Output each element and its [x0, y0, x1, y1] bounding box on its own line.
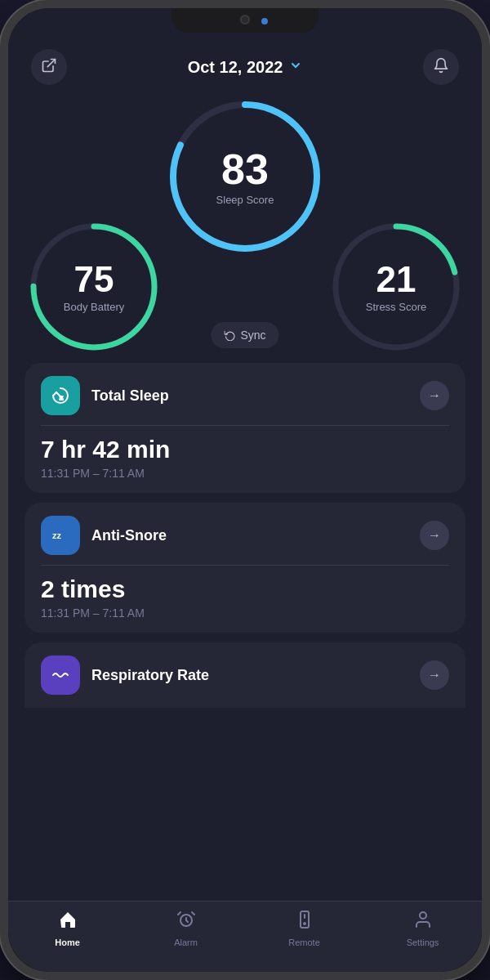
respiratory-rate-icon [41, 656, 80, 695]
total-sleep-divider [41, 425, 449, 426]
status-dot [261, 18, 268, 25]
stress-score-label: Stress Score [366, 301, 426, 313]
settings-icon [413, 910, 433, 934]
stress-score-value: 21 [366, 262, 426, 298]
home-label: Home [55, 937, 80, 947]
settings-label: Settings [407, 937, 439, 947]
phone-frame: Oct 12, 2022 [0, 0, 490, 980]
svg-text:zz: zz [52, 530, 62, 540]
svg-line-12 [192, 912, 194, 915]
alarm-label: Alarm [174, 937, 198, 947]
total-sleep-icon: z [41, 376, 80, 415]
remote-icon [295, 910, 314, 934]
svg-line-11 [178, 912, 180, 915]
total-sleep-time: 11:31 PM – 7:11 AM [41, 467, 449, 480]
respiratory-rate-arrow[interactable]: → [420, 660, 449, 690]
svg-rect-9 [65, 922, 70, 928]
export-button[interactable] [31, 49, 67, 85]
circles-section: 83 Sleep Score 75 Body Battery [24, 95, 466, 356]
screen: Oct 12, 2022 [8, 8, 482, 972]
svg-text:z: z [60, 394, 63, 401]
sleep-score-label: Sleep Score [216, 194, 274, 206]
anti-snore-divider [41, 565, 449, 566]
nav-item-home[interactable]: Home [39, 910, 96, 947]
total-sleep-header: z Total Sleep → [41, 376, 449, 415]
nav-item-remote[interactable]: Remote [276, 910, 333, 947]
anti-snore-arrow[interactable]: → [420, 521, 449, 550]
header-date[interactable]: Oct 12, 2022 [188, 58, 303, 77]
bell-icon [433, 57, 449, 78]
anti-snore-header-left: zz Anti-Snore [41, 516, 167, 555]
total-sleep-header-left: z Total Sleep [41, 376, 169, 415]
stress-score-circle[interactable]: 21 Stress Score [327, 217, 466, 356]
alarm-icon [176, 910, 196, 934]
remote-label: Remote [288, 937, 320, 947]
total-sleep-value: 7 hr 42 min [41, 436, 449, 463]
anti-snore-value: 2 times [41, 575, 449, 603]
anti-snore-icon: zz [41, 516, 80, 555]
svg-point-16 [420, 912, 426, 919]
export-icon [41, 57, 57, 78]
sync-button[interactable]: Sync [211, 322, 278, 348]
respiratory-rate-card: Respiratory Rate → [24, 642, 466, 708]
bell-button[interactable] [423, 49, 459, 85]
svg-point-14 [304, 923, 305, 924]
chevron-down-icon [289, 59, 302, 75]
body-battery-value: 75 [64, 262, 124, 298]
anti-snore-title: Anti-Snore [91, 527, 167, 544]
date-text: Oct 12, 2022 [188, 58, 283, 77]
nav-item-alarm[interactable]: Alarm [158, 910, 215, 947]
total-sleep-arrow[interactable]: → [420, 381, 449, 410]
total-sleep-card: z Total Sleep → 7 hr 42 min 11:31 PM – 7… [24, 363, 466, 493]
total-sleep-title: Total Sleep [91, 387, 169, 405]
sleep-score-value: 83 [216, 148, 274, 190]
respiratory-rate-left: Respiratory Rate [41, 656, 209, 695]
anti-snore-time: 11:31 PM – 7:11 AM [41, 606, 449, 620]
home-icon [58, 910, 78, 934]
camera-notch [240, 15, 250, 25]
sync-label: Sync [240, 329, 265, 342]
bottom-nav: Home Alarm [8, 901, 482, 972]
cards-section: z Total Sleep → 7 hr 42 min 11:31 PM – 7… [8, 356, 482, 901]
anti-snore-card: zz Anti-Snore → 2 times 11:31 PM – 7:11 … [24, 503, 466, 633]
respiratory-rate-title: Respiratory Rate [91, 667, 209, 684]
body-battery-label: Body Battery [64, 301, 124, 313]
svg-line-0 [47, 59, 55, 66]
anti-snore-header: zz Anti-Snore → [41, 516, 449, 555]
nav-item-settings[interactable]: Settings [394, 910, 452, 947]
body-battery-circle[interactable]: 75 Body Battery [24, 217, 163, 356]
sleep-score-circle[interactable]: 83 Sleep Score [163, 95, 327, 258]
